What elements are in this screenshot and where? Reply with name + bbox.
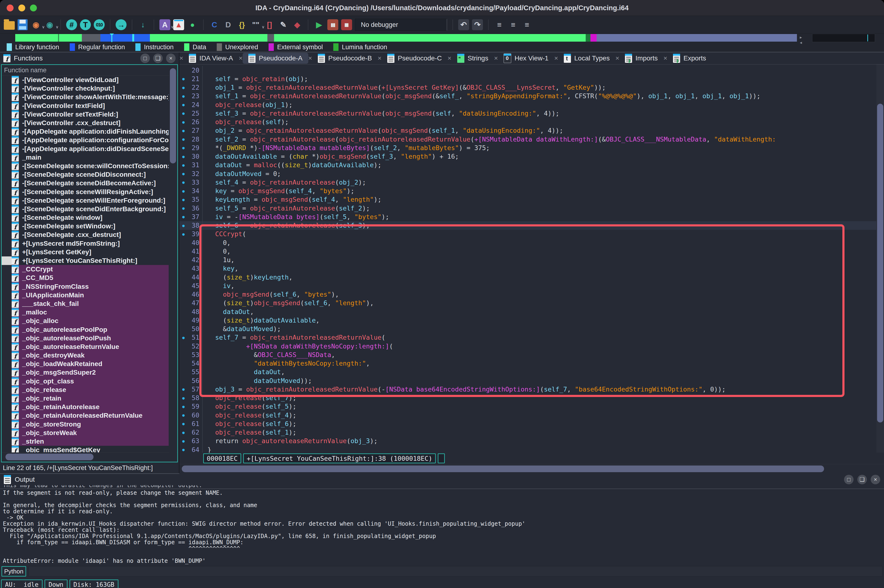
tab-strings[interactable]: Strings xyxy=(452,53,494,64)
code-line[interactable]: 46 objc_msgSend(self_6, "bytes"), xyxy=(179,290,884,299)
function-row[interactable]: f-[AppDelegate application:configuration… xyxy=(2,136,169,144)
function-row[interactable]: f-[ViewController setTextField:] xyxy=(2,110,169,119)
navband-segment[interactable] xyxy=(274,34,586,42)
function-row[interactable]: f-[ViewController showAlertWithTitle:mes… xyxy=(2,93,169,101)
undo-icon[interactable]: ↶ xyxy=(458,19,469,30)
close-output-icon[interactable]: × xyxy=(870,475,880,484)
functions-vscrollbar-thumb[interactable] xyxy=(170,68,176,164)
code-line[interactable]: 52 +[NSData dataWithBytesNoCopy:length:]… xyxy=(179,342,884,350)
float-panel-icon[interactable]: ❏ xyxy=(153,54,163,63)
code-line[interactable]: ●31 dataOut = malloc((size_t)dataOutAvai… xyxy=(179,161,884,170)
navband-segment[interactable] xyxy=(132,34,134,42)
code-line[interactable]: ●51 self_7 = objc_retainAutoreleasedRetu… xyxy=(179,333,884,342)
function-row[interactable]: f_objc_msgSend$GetKey xyxy=(2,446,169,452)
pseudocode-hscrollbar[interactable] xyxy=(179,464,884,474)
jump-down-icon[interactable]: ↓ xyxy=(138,19,149,30)
close-tab-icon[interactable]: × xyxy=(663,54,667,62)
navband-segments[interactable] xyxy=(15,34,797,42)
desktop-layout-icon[interactable]: ≡ xyxy=(494,19,505,30)
code-line[interactable]: ●23 self_1 = objc_retainAutoreleasedRetu… xyxy=(179,92,884,100)
code-line[interactable]: ●32 dataOutMoved = 0; xyxy=(179,170,884,178)
navband-segment[interactable] xyxy=(15,34,58,42)
function-row[interactable]: f-[ViewController textField] xyxy=(2,102,169,110)
code-line[interactable]: ●61 objc_release(self_6); xyxy=(179,419,884,428)
python-input[interactable] xyxy=(29,566,882,577)
patch-icon[interactable]: ✎ xyxy=(278,19,289,30)
code-line[interactable]: 44 (size_t)keyLength, xyxy=(179,273,884,281)
function-row[interactable]: f_objc_destroyWeak xyxy=(2,351,169,360)
close-tab-icon[interactable]: × xyxy=(554,54,558,62)
code-line[interactable]: ●26 objc_release(self); xyxy=(179,118,884,126)
declare-data-icon[interactable]: D xyxy=(223,19,234,30)
function-row[interactable]: f_objc_opt_class xyxy=(2,377,169,386)
function-row[interactable]: f_objc_release xyxy=(2,386,169,394)
tab-ida-view-a[interactable]: IDA View-A xyxy=(183,53,239,64)
function-row[interactable]: f_main xyxy=(2,153,169,162)
code-line[interactable]: 49 (size_t)dataOutAvailable, xyxy=(179,316,884,324)
navband-segment[interactable] xyxy=(597,34,797,42)
save-file-icon[interactable] xyxy=(18,19,28,30)
code-line[interactable]: ●58 objc_release(self_7); xyxy=(179,394,884,402)
tab-pseudocode-c[interactable]: Pseudocode-C xyxy=(381,53,447,64)
function-row[interactable]: f-[SceneDelegate sceneDidBecomeActive:] xyxy=(2,179,169,188)
navband-segment[interactable] xyxy=(101,34,132,42)
code-line[interactable]: ●39 CCCrypt( xyxy=(179,230,884,238)
zoom-window-icon[interactable] xyxy=(30,4,37,11)
function-row[interactable]: f_objc_retain xyxy=(2,394,169,403)
minimize-window-icon[interactable] xyxy=(18,4,25,11)
declare-array-icon[interactable]: [] xyxy=(264,19,275,30)
code-line[interactable]: ●60 objc_release(self_4); xyxy=(179,411,884,419)
functions-hscrollbar-thumb[interactable] xyxy=(6,454,93,460)
redo-icon[interactable]: ↷ xyxy=(472,19,483,30)
pseudocode-hscrollbar-thumb[interactable] xyxy=(182,465,824,472)
navband-segment[interactable] xyxy=(134,34,150,42)
code-line[interactable]: 42 1u, xyxy=(179,256,884,264)
pseudocode-vscrollbar-thumb[interactable] xyxy=(877,104,883,423)
desktop-load-icon[interactable]: ≡ xyxy=(521,19,533,30)
tab-imports[interactable]: Imports xyxy=(619,53,663,64)
address-extra-box[interactable] xyxy=(438,453,445,464)
function-row[interactable]: f_CCCrypt xyxy=(2,265,169,273)
function-row[interactable]: f_malloc xyxy=(2,308,169,316)
function-row[interactable]: f_objc_retainAutoreleasedReturnValue xyxy=(2,411,169,420)
functions-hscrollbar[interactable] xyxy=(2,452,177,462)
code-line[interactable]: 50 &dataOutMoved); xyxy=(179,325,884,333)
code-line[interactable]: ●35 keyLength = objc_msgSend(self_4, "le… xyxy=(179,195,884,204)
function-row[interactable]: f___stack_chk_fail xyxy=(2,300,169,308)
function-row[interactable]: f_objc_alloc xyxy=(2,316,169,325)
maximize-output-icon[interactable]: □ xyxy=(844,475,854,484)
close-panel-icon[interactable]: × xyxy=(166,54,176,63)
function-row[interactable]: f-[ViewController .cxx_destruct] xyxy=(2,119,169,127)
maximize-panel-icon[interactable]: □ xyxy=(140,54,150,63)
close-tab-icon[interactable]: × xyxy=(494,54,498,62)
code-line[interactable]: 20 xyxy=(179,66,884,75)
function-row[interactable]: f-[SceneDelegate sceneDidDisconnect:] xyxy=(2,170,169,179)
jump-name-icon[interactable]: ◉∨ xyxy=(44,19,55,30)
tab-local-types[interactable]: Local Types xyxy=(558,53,615,64)
function-row[interactable]: f_objc_loadWeakRetained xyxy=(2,360,169,368)
number-format-icon[interactable]: # xyxy=(66,19,77,30)
function-row[interactable]: f_objc_autoreleasePoolPush xyxy=(2,334,169,342)
function-row[interactable]: f-[SceneDelegate sceneWillResignActive:] xyxy=(2,188,169,196)
function-row[interactable]: f-[SceneDelegate setWindow:] xyxy=(2,222,169,231)
function-row[interactable]: f-[SceneDelegate window] xyxy=(2,213,169,222)
breakpoint-icon[interactable]: ◆ xyxy=(292,19,303,30)
code-line[interactable]: ●33 self_4 = objc_retainAutorelease(obj_… xyxy=(179,178,884,186)
function-row[interactable]: f_objc_autoreleaseReturnValue xyxy=(2,342,169,351)
code-line[interactable]: ●21 self = objc_retain(obj); xyxy=(179,75,884,83)
code-line[interactable]: 48 dataOut, xyxy=(179,308,884,316)
pseudocode-vscrollbar[interactable] xyxy=(876,64,884,453)
function-row[interactable]: f-[AppDelegate application:didFinishLaun… xyxy=(2,127,169,136)
function-row[interactable]: f-[SceneDelegate sceneDidEnterBackground… xyxy=(2,205,169,213)
rename-icon[interactable]: A∨ xyxy=(159,19,170,30)
function-row[interactable]: f_NSStringFromClass xyxy=(2,282,169,291)
code-line[interactable]: ●34 key = objc_msgSend(self_4, "bytes"); xyxy=(179,187,884,195)
code-line[interactable]: ●37 iv = -[NSMutableData bytes](self_5, … xyxy=(179,212,884,221)
tab-exports[interactable]: Exports xyxy=(667,53,712,64)
tab-pseudocode-b[interactable]: Pseudocode-B xyxy=(312,53,378,64)
code-line[interactable]: ●62 objc_release(self_1); xyxy=(179,428,884,437)
function-row[interactable]: f_strlen xyxy=(2,437,169,446)
function-row[interactable]: f_objc_storeWeak xyxy=(2,429,169,437)
code-line[interactable]: ●38 self_6 = objc_retainAutorelease(self… xyxy=(179,221,884,230)
function-row[interactable]: f-[SceneDelegate scene:willConnectToSess… xyxy=(2,162,169,170)
